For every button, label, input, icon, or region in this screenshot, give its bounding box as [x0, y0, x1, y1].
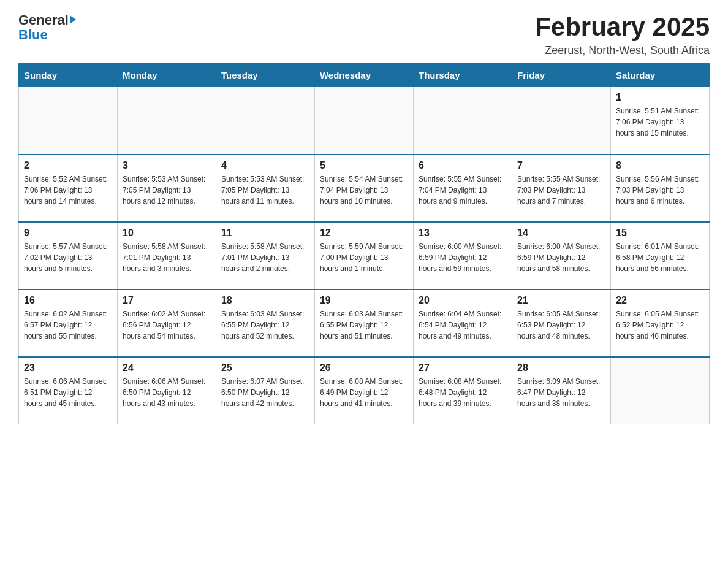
calendar-cell: 16Sunrise: 6:02 AM Sunset: 6:57 PM Dayli… [19, 289, 118, 357]
calendar-cell: 11Sunrise: 5:58 AM Sunset: 7:01 PM Dayli… [216, 222, 314, 289]
col-friday: Friday [512, 64, 611, 87]
day-number: 19 [320, 295, 408, 306]
day-info: Sunrise: 6:06 AM Sunset: 6:51 PM Dayligh… [24, 376, 112, 409]
col-thursday: Thursday [414, 64, 512, 87]
day-info: Sunrise: 6:07 AM Sunset: 6:50 PM Dayligh… [221, 376, 309, 409]
day-number: 23 [24, 362, 112, 373]
calendar-row-2: 9Sunrise: 5:57 AM Sunset: 7:02 PM Daylig… [19, 222, 710, 289]
calendar-cell [314, 87, 413, 155]
day-number: 22 [616, 295, 704, 306]
calendar-cell: 13Sunrise: 6:00 AM Sunset: 6:59 PM Dayli… [414, 222, 512, 289]
day-info: Sunrise: 6:08 AM Sunset: 6:49 PM Dayligh… [320, 376, 408, 409]
day-info: Sunrise: 5:51 AM Sunset: 7:06 PM Dayligh… [616, 105, 704, 139]
calendar-cell: 12Sunrise: 5:59 AM Sunset: 7:00 PM Dayli… [314, 222, 413, 289]
day-info: Sunrise: 6:06 AM Sunset: 6:50 PM Dayligh… [123, 376, 211, 409]
calendar-cell [216, 87, 314, 155]
day-number: 28 [517, 362, 605, 373]
day-info: Sunrise: 5:58 AM Sunset: 7:01 PM Dayligh… [123, 241, 211, 274]
day-number: 5 [320, 160, 408, 171]
calendar-cell: 26Sunrise: 6:08 AM Sunset: 6:49 PM Dayli… [314, 357, 413, 424]
calendar-cell: 7Sunrise: 5:55 AM Sunset: 7:03 PM Daylig… [512, 155, 611, 222]
day-info: Sunrise: 6:02 AM Sunset: 6:57 PM Dayligh… [24, 308, 112, 342]
day-number: 7 [517, 160, 605, 171]
calendar-cell [117, 87, 216, 155]
calendar-cell: 14Sunrise: 6:00 AM Sunset: 6:59 PM Dayli… [512, 222, 611, 289]
day-number: 14 [517, 228, 605, 239]
calendar-cell: 23Sunrise: 6:06 AM Sunset: 6:51 PM Dayli… [19, 357, 118, 424]
calendar-cell: 15Sunrise: 6:01 AM Sunset: 6:58 PM Dayli… [610, 222, 709, 289]
title-section: February 2025 Zeerust, North-West, South… [535, 12, 710, 57]
calendar-row-3: 16Sunrise: 6:02 AM Sunset: 6:57 PM Dayli… [19, 289, 710, 357]
day-info: Sunrise: 5:54 AM Sunset: 7:04 PM Dayligh… [320, 174, 408, 207]
day-info: Sunrise: 5:58 AM Sunset: 7:01 PM Dayligh… [221, 241, 309, 274]
day-number: 10 [123, 228, 211, 239]
calendar-row-1: 2Sunrise: 5:52 AM Sunset: 7:06 PM Daylig… [19, 155, 710, 222]
calendar-cell: 5Sunrise: 5:54 AM Sunset: 7:04 PM Daylig… [314, 155, 413, 222]
calendar-cell: 19Sunrise: 6:03 AM Sunset: 6:55 PM Dayli… [314, 289, 413, 357]
col-tuesday: Tuesday [216, 64, 314, 87]
day-info: Sunrise: 5:59 AM Sunset: 7:00 PM Dayligh… [320, 241, 408, 274]
day-number: 4 [221, 160, 309, 171]
calendar-table: Sunday Monday Tuesday Wednesday Thursday… [18, 63, 710, 424]
day-info: Sunrise: 6:08 AM Sunset: 6:48 PM Dayligh… [419, 376, 507, 409]
logo-blue: Blue [18, 27, 48, 43]
day-number: 6 [419, 160, 507, 171]
day-info: Sunrise: 5:55 AM Sunset: 7:03 PM Dayligh… [517, 174, 605, 207]
day-info: Sunrise: 6:03 AM Sunset: 6:55 PM Dayligh… [221, 308, 309, 342]
day-info: Sunrise: 6:05 AM Sunset: 6:52 PM Dayligh… [616, 308, 704, 342]
day-number: 2 [24, 160, 112, 171]
day-number: 18 [221, 295, 309, 306]
day-number: 15 [616, 228, 704, 239]
col-sunday: Sunday [19, 64, 118, 87]
day-number: 16 [24, 295, 112, 306]
day-number: 27 [419, 362, 507, 373]
day-info: Sunrise: 5:55 AM Sunset: 7:04 PM Dayligh… [419, 174, 507, 207]
day-number: 1 [616, 92, 704, 103]
day-info: Sunrise: 6:04 AM Sunset: 6:54 PM Dayligh… [419, 308, 507, 342]
day-number: 25 [221, 362, 309, 373]
day-number: 8 [616, 160, 704, 171]
logo: General Blue [18, 12, 76, 43]
calendar-cell: 1Sunrise: 5:51 AM Sunset: 7:06 PM Daylig… [610, 87, 709, 155]
day-number: 3 [123, 160, 211, 171]
day-info: Sunrise: 5:52 AM Sunset: 7:06 PM Dayligh… [24, 174, 112, 207]
day-number: 13 [419, 228, 507, 239]
calendar-cell: 22Sunrise: 6:05 AM Sunset: 6:52 PM Dayli… [610, 289, 709, 357]
day-info: Sunrise: 6:09 AM Sunset: 6:47 PM Dayligh… [517, 376, 605, 409]
day-number: 20 [419, 295, 507, 306]
day-info: Sunrise: 6:03 AM Sunset: 6:55 PM Dayligh… [320, 308, 408, 342]
calendar-title: February 2025 [535, 12, 710, 42]
day-info: Sunrise: 5:56 AM Sunset: 7:03 PM Dayligh… [616, 174, 704, 207]
calendar-cell: 20Sunrise: 6:04 AM Sunset: 6:54 PM Dayli… [414, 289, 512, 357]
logo-general: General [18, 12, 69, 28]
calendar-row-4: 23Sunrise: 6:06 AM Sunset: 6:51 PM Dayli… [19, 357, 710, 424]
day-info: Sunrise: 6:01 AM Sunset: 6:58 PM Dayligh… [616, 241, 704, 274]
calendar-cell: 27Sunrise: 6:08 AM Sunset: 6:48 PM Dayli… [414, 357, 512, 424]
calendar-cell: 21Sunrise: 6:05 AM Sunset: 6:53 PM Dayli… [512, 289, 611, 357]
day-number: 12 [320, 228, 408, 239]
calendar-cell: 17Sunrise: 6:02 AM Sunset: 6:56 PM Dayli… [117, 289, 216, 357]
calendar-cell: 3Sunrise: 5:53 AM Sunset: 7:05 PM Daylig… [117, 155, 216, 222]
day-number: 9 [24, 228, 112, 239]
calendar-cell: 25Sunrise: 6:07 AM Sunset: 6:50 PM Dayli… [216, 357, 314, 424]
page-header: General Blue February 2025 Zeerust, Nort… [18, 12, 710, 57]
calendar-cell: 2Sunrise: 5:52 AM Sunset: 7:06 PM Daylig… [19, 155, 118, 222]
day-info: Sunrise: 5:53 AM Sunset: 7:05 PM Dayligh… [221, 174, 309, 207]
day-number: 11 [221, 228, 309, 239]
calendar-cell [610, 357, 709, 424]
col-monday: Monday [117, 64, 216, 87]
calendar-cell: 8Sunrise: 5:56 AM Sunset: 7:03 PM Daylig… [610, 155, 709, 222]
col-saturday: Saturday [610, 64, 709, 87]
calendar-cell: 9Sunrise: 5:57 AM Sunset: 7:02 PM Daylig… [19, 222, 118, 289]
calendar-row-0: 1Sunrise: 5:51 AM Sunset: 7:06 PM Daylig… [19, 87, 710, 155]
calendar-cell [19, 87, 118, 155]
col-wednesday: Wednesday [314, 64, 413, 87]
day-info: Sunrise: 5:53 AM Sunset: 7:05 PM Dayligh… [123, 174, 211, 207]
calendar-cell [414, 87, 512, 155]
calendar-cell: 6Sunrise: 5:55 AM Sunset: 7:04 PM Daylig… [414, 155, 512, 222]
day-info: Sunrise: 5:57 AM Sunset: 7:02 PM Dayligh… [24, 241, 112, 274]
calendar-header-row: Sunday Monday Tuesday Wednesday Thursday… [19, 64, 710, 87]
day-info: Sunrise: 6:05 AM Sunset: 6:53 PM Dayligh… [517, 308, 605, 342]
day-number: 17 [123, 295, 211, 306]
calendar-cell: 18Sunrise: 6:03 AM Sunset: 6:55 PM Dayli… [216, 289, 314, 357]
